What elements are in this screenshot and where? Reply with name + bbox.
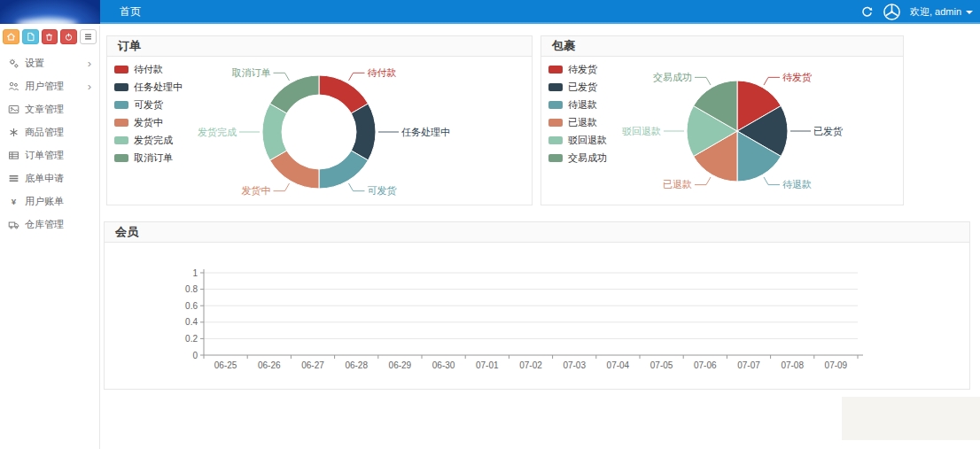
users-icon [7, 80, 19, 92]
legend-label: 取消订单 [134, 151, 173, 165]
collapse-menu-button[interactable] [80, 29, 97, 44]
x-axis-tick-label: 06-27 [301, 360, 324, 370]
table-icon [7, 149, 19, 161]
sidebar-item-warehouse[interactable]: 仓库管理 [0, 213, 99, 236]
pie-slice[interactable] [270, 75, 319, 113]
legend-item[interactable]: 可发货 [114, 98, 183, 112]
sidebar-item-receipt-request[interactable]: 底单申请 [0, 166, 99, 190]
refresh-icon[interactable] [860, 5, 874, 19]
y-axis-tick-label: 1 [192, 268, 198, 278]
pie-slice[interactable] [351, 104, 376, 160]
asterisk-icon [7, 126, 19, 138]
legend-item[interactable]: 任务处理中 [114, 81, 183, 94]
sidebar-item-articles[interactable]: 文章管理 [0, 97, 99, 120]
legend-label: 发货完成 [134, 134, 173, 147]
avatar-icon[interactable] [883, 3, 901, 21]
members-line-chart: 00.20.40.60.8106-2506-2606-2706-2806-290… [105, 243, 969, 392]
legend-item[interactable]: 取消订单 [114, 151, 183, 165]
home-button[interactable] [3, 29, 19, 44]
legend-label: 已退款 [568, 116, 597, 129]
legend-label: 任务处理中 [134, 81, 183, 94]
legend-color-chip [548, 101, 563, 109]
legend-item[interactable]: 已退款 [548, 116, 607, 129]
legend-color-chip [114, 136, 128, 144]
legend-label: 已发货 [568, 81, 597, 94]
orders-legend: 待付款任务处理中可发货发货中发货完成取消订单 [114, 63, 183, 165]
panel-title: 会员 [105, 222, 969, 243]
sidebar-item-label: 设置 [25, 57, 44, 70]
legend-item[interactable]: 待付款 [114, 63, 183, 76]
orders-panel: 订单 待付款任务处理中可发货发货中发货完成取消订单 待付款任务处理中可发货发货中… [106, 35, 533, 205]
legend-item[interactable]: 已发货 [548, 81, 607, 94]
background-artifact [842, 397, 980, 440]
x-axis-tick-label: 07-08 [781, 360, 804, 370]
sidebar: 设置 › 用户管理 › 文章管 [0, 26, 100, 449]
y-axis-tick-label: 0.4 [185, 317, 198, 327]
x-axis-tick-label: 07-09 [825, 360, 848, 370]
sidebar-item-products[interactable]: 商品管理 [0, 120, 99, 143]
pie-label: 任务处理中 [401, 127, 450, 137]
pie-label: 已发货 [813, 126, 843, 136]
pie-slice[interactable] [319, 151, 368, 189]
sidebar-item-orders[interactable]: 订单管理 [0, 143, 99, 166]
quick-button-row [0, 26, 99, 50]
yen-icon: ¥ [7, 195, 19, 207]
pie-label: 已退款 [663, 179, 692, 190]
legend-label: 可发货 [134, 98, 163, 112]
legend-label: 驳回退款 [568, 134, 607, 147]
sidebar-item-label: 商品管理 [25, 126, 64, 139]
legend-label: 待发货 [568, 63, 597, 76]
pie-label: 发货中 [242, 185, 271, 196]
x-axis-tick-label: 06-30 [432, 360, 455, 370]
file-button[interactable] [22, 29, 39, 44]
x-axis-tick-label: 07-04 [607, 360, 630, 370]
pie-label: 待退款 [782, 179, 812, 190]
x-axis-tick-label: 07-01 [476, 360, 499, 370]
legend-label: 交易成功 [568, 151, 607, 165]
power-button[interactable] [60, 29, 77, 44]
y-axis-tick-label: 0.2 [185, 334, 198, 344]
pie-label: 发货完成 [198, 127, 237, 137]
tab-home[interactable]: 首页 [111, 0, 150, 24]
legend-item[interactable]: 发货完成 [114, 134, 183, 147]
x-axis-tick-label: 07-03 [563, 360, 586, 370]
truck-icon [7, 218, 19, 230]
y-axis-tick-label: 0 [192, 351, 198, 360]
sidebar-menu: 设置 › 用户管理 › 文章管 [0, 50, 99, 236]
pie-label: 交易成功 [653, 72, 692, 82]
list-icon [7, 172, 19, 184]
legend-color-chip [548, 66, 563, 74]
legend-item[interactable]: 发货中 [114, 116, 183, 129]
sidebar-item-label: 仓库管理 [25, 218, 64, 231]
logo-image [0, 0, 100, 24]
sidebar-item-label: 用户账单 [25, 195, 64, 208]
x-axis-tick-label: 06-29 [389, 360, 412, 370]
x-axis-tick-label: 06-26 [258, 360, 281, 370]
legend-item[interactable]: 交易成功 [548, 151, 607, 165]
sidebar-item-users[interactable]: 用户管理 › [0, 74, 99, 97]
legend-label: 发货中 [134, 116, 163, 129]
x-axis-tick-label: 07-05 [650, 360, 673, 370]
sidebar-item-settings[interactable]: 设置 › [0, 51, 99, 74]
panel-title: 包裹 [541, 36, 903, 57]
trash-button[interactable] [42, 29, 58, 44]
legend-color-chip [114, 66, 128, 74]
legend-item[interactable]: 待退款 [548, 98, 607, 112]
sidebar-item-user-bills[interactable]: ¥ 用户账单 [0, 190, 99, 213]
x-axis-tick-label: 06-25 [214, 360, 237, 370]
pie-slice[interactable] [262, 104, 287, 160]
legend-color-chip [548, 83, 563, 91]
y-axis-tick-label: 0.8 [185, 284, 198, 294]
pie-label: 取消订单 [232, 67, 271, 78]
home-icon [6, 32, 16, 42]
pie-label: 驳回退款 [622, 126, 661, 136]
user-menu[interactable]: 欢迎, admin [910, 5, 973, 19]
x-axis-tick-label: 07-06 [694, 360, 717, 370]
power-icon [64, 32, 74, 42]
list-icon [83, 32, 93, 42]
gear-icon [7, 57, 19, 69]
chevron-right-icon: › [88, 81, 91, 92]
legend-item[interactable]: 驳回退款 [548, 134, 607, 147]
legend-color-chip [548, 154, 563, 162]
legend-item[interactable]: 待发货 [548, 63, 607, 76]
